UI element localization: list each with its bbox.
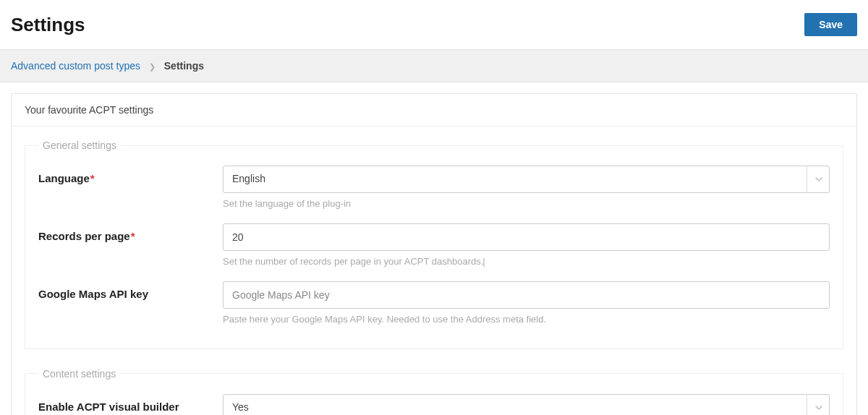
page-title: Settings: [11, 14, 85, 36]
records-per-page-input[interactable]: [223, 223, 830, 251]
breadcrumb-root-link[interactable]: Advanced custom post types: [11, 60, 140, 72]
help-language: Set the language of the plug-in: [223, 197, 830, 210]
card-body: General settings Language* English Set t…: [12, 127, 856, 415]
label-records: Records per page*: [38, 223, 223, 242]
chevron-right-icon: ❯: [149, 62, 156, 71]
google-maps-api-key-input[interactable]: [223, 281, 830, 309]
fieldset-content-legend: Content settings: [38, 368, 120, 380]
language-select-wrap: English: [223, 166, 830, 193]
row-visual-builder: Enable ACPT visual builder Yes Enable th…: [38, 394, 830, 415]
label-language: Language*: [38, 166, 223, 184]
control-visual-builder: Yes Enable the ACPT visual builder. This…: [223, 394, 830, 415]
breadcrumb: Advanced custom post types ❯ Settings: [0, 50, 868, 82]
help-records: Set the number of records per page in yo…: [223, 255, 830, 268]
content-area: Your favourite ACPT settings General set…: [0, 82, 868, 415]
row-language: Language* English Set the language of th…: [38, 166, 830, 210]
fieldset-general: General settings Language* English Set t…: [25, 140, 843, 349]
breadcrumb-current: Settings: [164, 60, 204, 72]
label-gmaps: Google Maps API key: [38, 281, 223, 300]
settings-card: Your favourite ACPT settings General set…: [11, 93, 857, 415]
page-header: Settings Save: [0, 0, 868, 50]
row-records: Records per page* Set the number of reco…: [38, 223, 830, 268]
card-intro: Your favourite ACPT settings: [12, 94, 856, 127]
fieldset-general-legend: General settings: [38, 140, 121, 151]
control-language: English Set the language of the plug-in: [223, 166, 830, 210]
control-records: Set the number of records per page in yo…: [223, 223, 830, 268]
help-gmaps: Paste here your Google Maps API key. Nee…: [223, 313, 830, 326]
save-button[interactable]: Save: [804, 13, 857, 36]
required-mark: *: [90, 172, 95, 184]
fieldset-content: Content settings Enable ACPT visual buil…: [25, 368, 843, 415]
label-visual-builder: Enable ACPT visual builder: [38, 394, 223, 413]
visual-builder-select-wrap: Yes: [223, 394, 830, 415]
language-select[interactable]: English: [223, 166, 830, 193]
row-gmaps: Google Maps API key Paste here your Goog…: [38, 281, 830, 326]
control-gmaps: Paste here your Google Maps API key. Nee…: [223, 281, 830, 326]
visual-builder-select[interactable]: Yes: [223, 394, 830, 415]
required-mark: *: [131, 230, 135, 242]
